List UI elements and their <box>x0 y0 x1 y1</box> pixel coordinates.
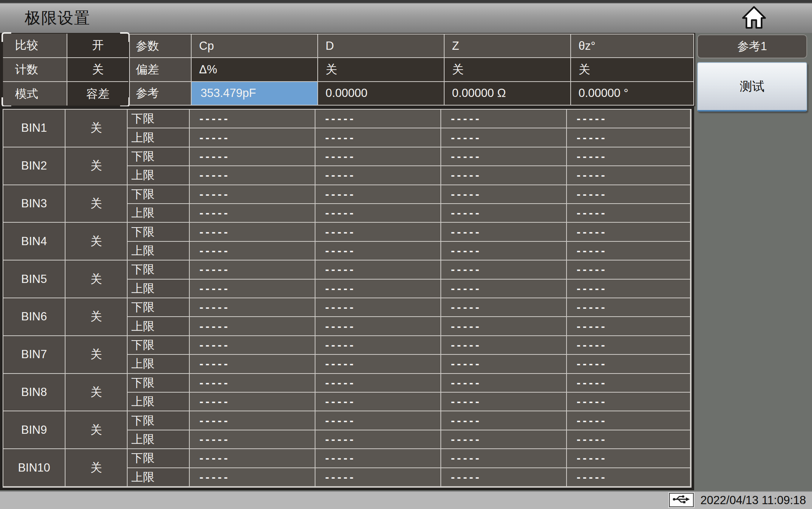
count-toggle[interactable]: 关 <box>67 58 128 82</box>
reference-cp-selected[interactable]: 353.479pF <box>192 82 317 105</box>
limit-value-cell[interactable]: ----- <box>315 110 441 128</box>
bin-state-cell[interactable]: 关 <box>65 374 128 412</box>
param-d[interactable]: D <box>318 34 444 57</box>
limit-value-cell[interactable]: ----- <box>567 449 691 468</box>
limit-value-cell[interactable]: ----- <box>567 128 691 147</box>
limit-value-cell[interactable]: ----- <box>315 128 441 147</box>
limit-value-cell[interactable]: ----- <box>441 110 567 128</box>
test-button[interactable]: 测试 <box>697 62 807 112</box>
bin-state-cell[interactable]: 关 <box>65 336 128 374</box>
limit-value-cell[interactable]: ----- <box>190 204 315 223</box>
limit-value-cell[interactable]: ----- <box>441 128 567 147</box>
limit-value-cell[interactable]: ----- <box>441 260 567 279</box>
limit-value-cell[interactable]: ----- <box>567 204 691 223</box>
limit-value-cell[interactable]: ----- <box>441 204 567 223</box>
reference-z[interactable]: 0.00000 Ω <box>445 82 570 105</box>
limit-value-cell[interactable]: ----- <box>567 393 691 411</box>
limit-value-cell[interactable]: ----- <box>567 298 691 317</box>
limit-value-cell[interactable]: ----- <box>315 185 441 204</box>
limit-value-cell[interactable]: ----- <box>441 411 567 430</box>
bin-state-cell[interactable]: 关 <box>65 147 128 185</box>
limit-value-cell[interactable]: ----- <box>441 468 567 487</box>
home-button[interactable] <box>741 4 767 31</box>
limit-value-cell[interactable]: ----- <box>190 298 315 317</box>
limit-value-cell[interactable]: ----- <box>315 411 441 430</box>
limit-value-cell[interactable]: ----- <box>567 110 691 128</box>
limit-value-cell[interactable]: ----- <box>441 280 567 298</box>
limit-value-cell[interactable]: ----- <box>190 468 315 487</box>
mode-toggle[interactable]: 容差 <box>67 82 128 106</box>
limit-value-cell[interactable]: ----- <box>567 355 691 374</box>
limit-value-cell[interactable]: ----- <box>567 260 691 279</box>
limit-value-cell[interactable]: ----- <box>190 260 315 279</box>
limit-value-cell[interactable]: ----- <box>190 430 315 449</box>
limit-value-cell[interactable]: ----- <box>190 317 315 336</box>
limit-value-cell[interactable]: ----- <box>567 336 691 355</box>
limit-value-cell[interactable]: ----- <box>190 223 315 241</box>
param-theta[interactable]: θz° <box>571 34 693 57</box>
limit-value-cell[interactable]: ----- <box>315 242 441 260</box>
limit-value-cell[interactable]: ----- <box>315 449 441 468</box>
limit-value-cell[interactable]: ----- <box>441 166 567 185</box>
limit-value-cell[interactable]: ----- <box>441 355 567 374</box>
limit-value-cell[interactable]: ----- <box>315 223 441 241</box>
limit-value-cell[interactable]: ----- <box>190 355 315 374</box>
limit-value-cell[interactable]: ----- <box>441 336 567 355</box>
comparator-toggle[interactable]: 开 <box>67 34 128 57</box>
limit-value-cell[interactable]: ----- <box>190 147 315 166</box>
limit-value-cell[interactable]: ----- <box>315 468 441 487</box>
limit-value-cell[interactable]: ----- <box>567 147 691 166</box>
limit-value-cell[interactable]: ----- <box>315 166 441 185</box>
limit-value-cell[interactable]: ----- <box>567 468 691 487</box>
limit-value-cell[interactable]: ----- <box>315 147 441 166</box>
limit-value-cell[interactable]: ----- <box>441 298 567 317</box>
deviation-cp[interactable]: Δ% <box>192 58 317 81</box>
limit-value-cell[interactable]: ----- <box>190 242 315 260</box>
limit-value-cell[interactable]: ----- <box>190 393 315 411</box>
limit-value-cell[interactable]: ----- <box>441 185 567 204</box>
limit-value-cell[interactable]: ----- <box>190 449 315 468</box>
limit-value-cell[interactable]: ----- <box>190 374 315 393</box>
limit-value-cell[interactable]: ----- <box>441 317 567 336</box>
limit-value-cell[interactable]: ----- <box>190 166 315 185</box>
limit-value-cell[interactable]: ----- <box>190 280 315 298</box>
limit-value-cell[interactable]: ----- <box>441 430 567 449</box>
reference1-button[interactable]: 参考1 <box>697 34 807 58</box>
limit-value-cell[interactable]: ----- <box>315 317 441 336</box>
limit-value-cell[interactable]: ----- <box>190 110 315 128</box>
limit-value-cell[interactable]: ----- <box>567 317 691 336</box>
limit-value-cell[interactable]: ----- <box>441 147 567 166</box>
deviation-d[interactable]: 关 <box>318 58 444 81</box>
limit-value-cell[interactable]: ----- <box>567 280 691 298</box>
deviation-theta[interactable]: 关 <box>571 58 693 81</box>
limit-value-cell[interactable]: ----- <box>567 430 691 449</box>
limit-value-cell[interactable]: ----- <box>441 223 567 241</box>
limit-value-cell[interactable]: ----- <box>190 411 315 430</box>
limit-value-cell[interactable]: ----- <box>567 242 691 260</box>
bin-state-cell[interactable]: 关 <box>65 223 128 260</box>
bin-state-cell[interactable]: 关 <box>65 185 128 223</box>
limit-value-cell[interactable]: ----- <box>190 185 315 204</box>
bin-state-cell[interactable]: 关 <box>65 260 128 298</box>
limit-value-cell[interactable]: ----- <box>567 166 691 185</box>
param-cp[interactable]: Cp <box>192 34 317 57</box>
limit-value-cell[interactable]: ----- <box>315 374 441 393</box>
limit-value-cell[interactable]: ----- <box>315 355 441 374</box>
limit-value-cell[interactable]: ----- <box>315 204 441 223</box>
limit-value-cell[interactable]: ----- <box>190 128 315 147</box>
limit-value-cell[interactable]: ----- <box>441 374 567 393</box>
limit-value-cell[interactable]: ----- <box>441 393 567 411</box>
limit-value-cell[interactable]: ----- <box>315 393 441 411</box>
limit-value-cell[interactable]: ----- <box>567 374 691 393</box>
limit-value-cell[interactable]: ----- <box>315 280 441 298</box>
bin-state-cell[interactable]: 关 <box>65 110 128 147</box>
limit-value-cell[interactable]: ----- <box>315 430 441 449</box>
limit-value-cell[interactable]: ----- <box>441 242 567 260</box>
limit-value-cell[interactable]: ----- <box>567 185 691 204</box>
deviation-z[interactable]: 关 <box>445 58 570 81</box>
limit-value-cell[interactable]: ----- <box>567 411 691 430</box>
bin-state-cell[interactable]: 关 <box>65 449 128 487</box>
reference-theta[interactable]: 0.00000 ° <box>571 82 693 105</box>
limit-value-cell[interactable]: ----- <box>315 336 441 355</box>
limit-value-cell[interactable]: ----- <box>315 298 441 317</box>
